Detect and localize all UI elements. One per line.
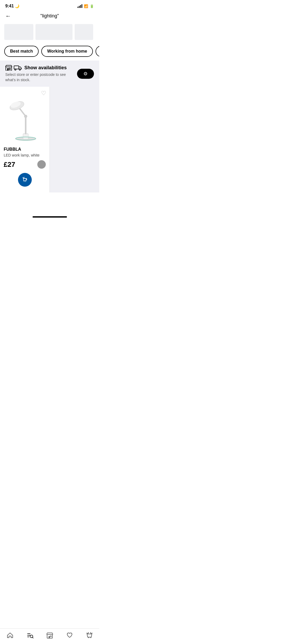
availability-subtitle: Select store or enter postcode to see wh… bbox=[5, 72, 77, 82]
category-thumb-3[interactable] bbox=[75, 24, 93, 40]
availability-bar: Show availabilities Select store or ente… bbox=[0, 61, 99, 87]
add-to-cart-button[interactable] bbox=[18, 173, 32, 187]
filter-more[interactable] bbox=[96, 46, 99, 57]
category-thumbnails bbox=[0, 22, 99, 43]
status-time: 9:41 🌙 bbox=[5, 4, 19, 8]
home-bar bbox=[33, 216, 67, 218]
basket-add-icon bbox=[22, 177, 28, 183]
product-price: £27 bbox=[4, 160, 15, 169]
svg-point-14 bbox=[24, 181, 24, 182]
signal-icon bbox=[78, 4, 82, 8]
svg-rect-2 bbox=[9, 68, 10, 70]
filter-best-match[interactable]: Best match bbox=[4, 46, 39, 57]
product-card-placeholder bbox=[50, 87, 99, 192]
availability-title-row: Show availabilities bbox=[5, 65, 77, 71]
svg-point-15 bbox=[25, 181, 26, 182]
search-title: "lighting" bbox=[40, 13, 59, 19]
home-indicator bbox=[0, 216, 99, 219]
category-thumb-2[interactable] bbox=[35, 24, 73, 40]
svg-rect-7 bbox=[23, 134, 28, 139]
svg-point-13 bbox=[24, 115, 27, 118]
moon-icon: 🌙 bbox=[15, 4, 19, 8]
category-thumb-1[interactable] bbox=[4, 24, 33, 40]
battery-icon: 🔋 bbox=[90, 4, 94, 8]
product-image bbox=[4, 90, 46, 143]
truck-icon bbox=[14, 65, 22, 71]
availability-icons bbox=[5, 65, 22, 71]
color-swatch[interactable] bbox=[37, 160, 46, 169]
back-button[interactable]: ← bbox=[5, 13, 11, 20]
svg-point-4 bbox=[15, 69, 16, 70]
gear-icon: ⚙ bbox=[83, 71, 88, 77]
availability-info: Show availabilities Select store or ente… bbox=[5, 65, 77, 82]
product-card-fubbla: ♡ FUBBLA LED work lamp, white bbox=[0, 87, 49, 192]
status-bar: 9:41 🌙 📶 🔋 bbox=[0, 0, 99, 10]
lamp-image bbox=[8, 93, 42, 141]
time-label: 9:41 bbox=[5, 4, 14, 8]
wifi-icon: 📶 bbox=[84, 4, 88, 8]
availability-toggle[interactable]: ⚙ bbox=[77, 69, 94, 79]
product-name: FUBBLA bbox=[4, 147, 46, 152]
availability-title: Show availabilities bbox=[24, 65, 67, 71]
product-grid: ♡ FUBBLA LED work lamp, white bbox=[0, 87, 99, 192]
wishlist-icon[interactable]: ♡ bbox=[41, 90, 46, 97]
svg-rect-3 bbox=[14, 66, 19, 69]
product-footer: £27 bbox=[4, 160, 46, 169]
svg-rect-1 bbox=[7, 68, 8, 71]
filter-row: Best match Working from home bbox=[0, 43, 99, 61]
status-icons: 📶 🔋 bbox=[78, 4, 94, 8]
svg-point-5 bbox=[19, 69, 21, 70]
filter-working-home[interactable]: Working from home bbox=[41, 46, 93, 57]
header: ← "lighting" bbox=[0, 10, 99, 22]
product-desc: LED work lamp, white bbox=[4, 153, 46, 158]
store-icon bbox=[5, 65, 12, 71]
